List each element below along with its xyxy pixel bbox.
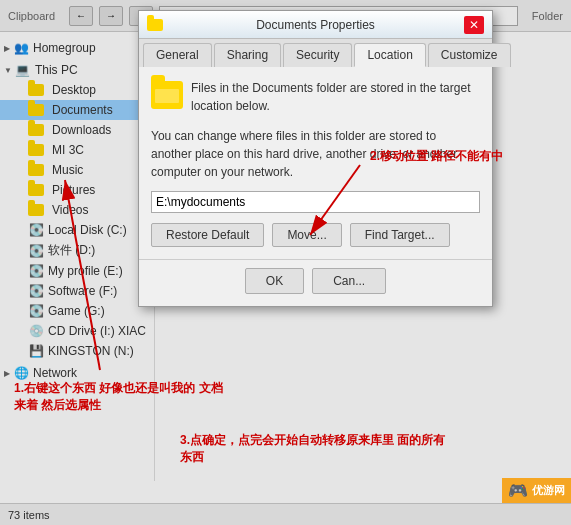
dialog-folder-icon (151, 81, 183, 109)
cancel-button[interactable]: Can... (312, 268, 386, 294)
dialog-overlay: Documents Properties ✕ General Sharing S… (0, 0, 571, 525)
watermark-text: 优游网 (532, 483, 565, 498)
dialog-title: Documents Properties (167, 18, 464, 32)
dialog-tabs: General Sharing Security Location Custom… (139, 39, 492, 67)
dialog-info-text: Files in the Documents folder are stored… (191, 79, 480, 115)
dialog-close-button[interactable]: ✕ (464, 16, 484, 34)
dialog-change-text: You can change where files in this folde… (151, 127, 480, 181)
dialog-info-box: Files in the Documents folder are stored… (151, 79, 480, 115)
dialog-titlebar: Documents Properties ✕ (139, 11, 492, 39)
properties-dialog: Documents Properties ✕ General Sharing S… (138, 10, 493, 307)
tab-security[interactable]: Security (283, 43, 352, 67)
find-target-button[interactable]: Find Target... (350, 223, 450, 247)
watermark-logo: 🎮 (508, 481, 528, 500)
tab-sharing[interactable]: Sharing (214, 43, 281, 67)
tab-customize[interactable]: Customize (428, 43, 511, 67)
dialog-icon (147, 19, 167, 31)
dialog-action-buttons: Restore Default Move... Find Target... (151, 223, 480, 247)
ok-button[interactable]: OK (245, 268, 304, 294)
restore-default-button[interactable]: Restore Default (151, 223, 264, 247)
dialog-content: Files in the Documents folder are stored… (139, 67, 492, 259)
dialog-path-input[interactable] (151, 191, 480, 213)
watermark: 🎮 优游网 (502, 478, 571, 503)
tab-general[interactable]: General (143, 43, 212, 67)
move-button[interactable]: Move... (272, 223, 341, 247)
tab-location[interactable]: Location (354, 43, 425, 67)
dialog-footer: OK Can... (139, 259, 492, 306)
